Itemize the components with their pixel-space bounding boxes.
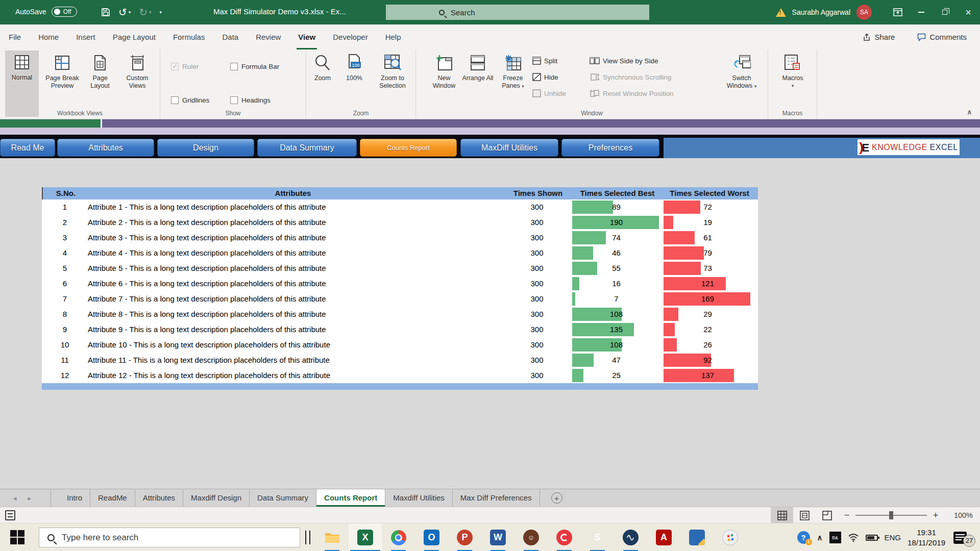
row-number-cell[interactable]: 1 [42, 199, 88, 215]
close-button[interactable]: × [957, 0, 980, 24]
times-selected-worst-cell[interactable]: 121 [663, 276, 753, 291]
sheet-next-icon[interactable]: ▸ [28, 494, 32, 502]
row-number-cell[interactable]: 10 [42, 337, 88, 353]
times-selected-worst-cell[interactable]: 61 [663, 230, 753, 245]
attribute-cell[interactable]: Attribute 1 - This is a long text descri… [88, 199, 496, 215]
header-attributes[interactable]: Attributes [89, 187, 497, 199]
language-indicator[interactable]: ENG [885, 533, 901, 542]
formula-bar-checkbox[interactable]: Formula Bar [230, 63, 279, 70]
accessibility-status-icon[interactable] [5, 510, 15, 520]
nav-button-maxdiff-utilities[interactable]: MaxDiff Utilities [460, 139, 558, 157]
split-button[interactable]: Split [532, 55, 557, 67]
restore-button[interactable] [933, 0, 957, 24]
times-selected-best-cell[interactable]: 7 [571, 291, 662, 307]
undo-dropdown-icon[interactable]: ▾ [129, 10, 131, 15]
row-number-cell[interactable]: 6 [42, 276, 88, 291]
times-selected-best-cell[interactable]: 25 [571, 368, 662, 383]
view-side-by-side-button[interactable]: View Side by Side [590, 55, 658, 67]
nav-button-data-summary[interactable]: Data Summary [257, 139, 357, 157]
attribute-cell[interactable]: Attribute 10 - This is a long text descr… [88, 337, 496, 353]
zoom-slider[interactable] [855, 515, 927, 516]
sheet-tab-maxdiff-design[interactable]: Maxdiff Design [183, 489, 250, 507]
row-number-cell[interactable]: 2 [42, 215, 88, 230]
collapse-ribbon-icon[interactable]: ∧ [967, 108, 972, 116]
titlebar-search[interactable]: Search [386, 5, 649, 20]
times-selected-worst-cell[interactable]: 19 [663, 215, 753, 230]
attribute-cell[interactable]: Attribute 5 - This is a long text descri… [88, 261, 496, 276]
times-shown-cell[interactable]: 300 [496, 307, 578, 322]
zoom-to-selection-button[interactable]: Zoom to Selection [372, 51, 413, 105]
macros-button[interactable]: Macros ▾ [776, 51, 809, 105]
reset-window-position-button[interactable]: Reset Window Position [590, 87, 674, 99]
header-times-selected-best[interactable]: Times Selected Best [572, 187, 663, 199]
zoom-in-button[interactable]: + [927, 510, 944, 521]
times-selected-worst-cell[interactable]: 73 [663, 261, 753, 276]
unhide-button[interactable]: Unhide [532, 87, 566, 99]
user-name[interactable]: Saurabh Aggarwal [792, 8, 850, 16]
sheet-tab-attributes[interactable]: Attributes [135, 489, 183, 507]
page-break-preview-button[interactable]: Page Break Preview [43, 51, 82, 105]
times-selected-best-cell[interactable]: 16 [571, 276, 662, 291]
times-shown-cell[interactable]: 300 [496, 337, 578, 353]
taskbar-icon-snagit[interactable] [548, 523, 581, 551]
row-number-cell[interactable]: 11 [42, 353, 88, 368]
comments-button[interactable]: Comments [917, 33, 967, 41]
times-selected-worst-cell[interactable]: 79 [663, 245, 753, 261]
header-sno[interactable]: S.No. [43, 187, 89, 199]
freeze-panes-button[interactable]: Freeze Panes ▾ [496, 51, 530, 105]
tray-bo-icon[interactable]: B& [829, 532, 841, 543]
row-number-cell[interactable]: 4 [42, 245, 88, 261]
custom-views-button[interactable]: Custom Views [119, 51, 155, 105]
times-selected-worst-cell[interactable]: 137 [663, 368, 753, 383]
times-selected-best-cell[interactable]: 108 [571, 307, 662, 322]
alert-icon[interactable] [776, 8, 786, 17]
times-shown-cell[interactable]: 300 [496, 291, 578, 307]
nav-button-design[interactable]: Design [157, 139, 254, 157]
taskbar-icon-word[interactable]: W [481, 523, 514, 551]
attribute-cell[interactable]: Attribute 8 - This is a long text descri… [88, 307, 496, 322]
row-number-cell[interactable]: 7 [42, 291, 88, 307]
redo-dropdown-icon[interactable]: ▾ [149, 10, 152, 15]
times-shown-cell[interactable]: 300 [496, 245, 578, 261]
times-selected-best-cell[interactable]: 46 [571, 245, 662, 261]
taskbar-icon-excel[interactable]: X [349, 523, 382, 551]
times-selected-best-cell[interactable]: 135 [571, 322, 662, 337]
nav-button-counts-report[interactable]: Counts Report [360, 139, 457, 157]
ribbon-display-options-button[interactable] [886, 0, 910, 24]
zoom-out-button[interactable]: − [838, 510, 855, 521]
zoom-level[interactable]: 100% [944, 511, 976, 519]
times-selected-best-cell[interactable]: 47 [571, 353, 662, 368]
row-number-cell[interactable]: 12 [42, 368, 88, 383]
tab-help[interactable]: Help [377, 24, 410, 49]
header-times-selected-worst[interactable]: Times Selected Worst [664, 187, 755, 199]
zoom-100-button[interactable]: 100 100% [339, 51, 370, 105]
taskbar-icon-audio-app[interactable] [614, 523, 647, 551]
tab-page-layout[interactable]: Page Layout [104, 24, 164, 49]
row-number-cell[interactable]: 3 [42, 230, 88, 245]
tray-clock[interactable]: 19:31 18/11/2019 [908, 528, 945, 547]
times-shown-cell[interactable]: 300 [496, 261, 578, 276]
taskbar-icon-paint-app[interactable] [714, 523, 747, 551]
row-number-cell[interactable]: 5 [42, 261, 88, 276]
worksheet-area[interactable]: S.No. Attributes Times Shown Times Selec… [0, 158, 980, 489]
times-selected-best-cell[interactable]: 74 [571, 230, 662, 245]
times-selected-worst-cell[interactable]: 72 [663, 199, 753, 215]
table-header[interactable]: S.No. Attributes Times Shown Times Selec… [42, 187, 758, 199]
taskbar-icon-chrome[interactable] [382, 523, 415, 551]
times-selected-worst-cell[interactable]: 92 [663, 353, 753, 368]
normal-view-status-button[interactable] [771, 507, 793, 523]
headings-checkbox[interactable]: Headings [230, 96, 271, 104]
attribute-cell[interactable]: Attribute 6 - This is a long text descri… [88, 276, 496, 291]
tab-review[interactable]: Review [247, 24, 289, 49]
hide-button[interactable]: Hide [532, 71, 558, 83]
taskbar-search[interactable]: Type here to search [39, 528, 300, 547]
tab-data[interactable]: Data [213, 24, 247, 49]
zoom-button[interactable]: Zoom [307, 51, 338, 105]
arrange-all-button[interactable]: Arrange All [462, 51, 494, 105]
taskbar-icon-outlook[interactable]: O [415, 523, 448, 551]
share-button[interactable]: Share [863, 33, 895, 41]
redo-button[interactable]: ↻▾ [139, 6, 151, 18]
new-window-button[interactable]: New Window [428, 51, 460, 105]
times-shown-cell[interactable]: 300 [496, 353, 578, 368]
taskbar-icon-powerpoint[interactable]: P [448, 523, 481, 551]
